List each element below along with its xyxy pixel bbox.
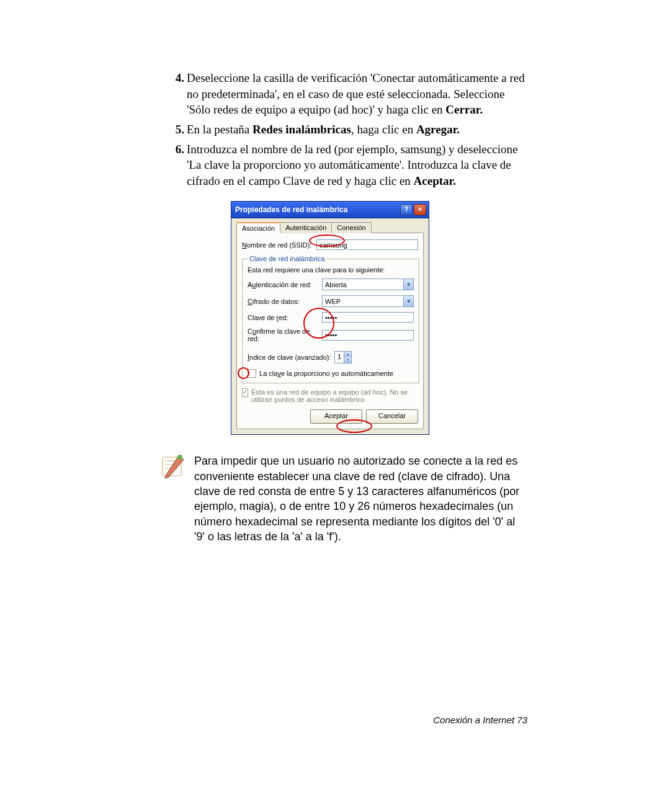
index-spinner[interactable]: 1 ▴▾ [334, 351, 352, 364]
help-icon[interactable]: ? [400, 204, 413, 215]
tab-panel: Nombre de red (SSID): Clave de red inalá… [236, 233, 424, 429]
step-text: Introduzca el nombre de la red (por ejem… [187, 141, 527, 189]
page-number: 73 [517, 715, 527, 725]
tab-conexion[interactable]: Conexión [331, 222, 371, 233]
adhoc-checkbox: ✓ [242, 388, 248, 397]
auto-key-checkbox[interactable] [248, 369, 256, 378]
enc-select[interactable]: WEP ▾ [322, 295, 414, 307]
ok-button[interactable]: Aceptar [310, 409, 362, 424]
enc-label: Cifrado de datos: [248, 298, 322, 305]
chevron-down-icon[interactable]: ▾ [344, 357, 351, 363]
auth-select[interactable]: Abierta ▾ [322, 279, 414, 290]
footer-text: Conexión a Internet [433, 715, 517, 725]
tab-asociacion[interactable]: Asociación [236, 222, 280, 233]
step-number: 4. [169, 70, 184, 86]
page-footer: Conexión a Internet 73 [433, 715, 527, 725]
adhoc-row: ✓ Ésta es una red de equipo a equipo (ad… [242, 388, 418, 403]
step-number: 6. [169, 141, 184, 158]
dialog-title: Propiedades de red inalámbrica [235, 205, 399, 214]
ssid-input[interactable] [316, 239, 418, 250]
note-icon [160, 453, 186, 480]
wireless-key-group: Clave de red inalámbrica Esta red requie… [242, 255, 419, 383]
requirement-text: Esta red requiere una clave para lo sigu… [248, 266, 414, 274]
note-text: Para impedir que un usuario no autorizad… [194, 453, 527, 544]
step-text: En la pestaña Redes inalámbricas, haga c… [187, 122, 527, 138]
key-label: Clave de red: [248, 314, 322, 321]
close-icon[interactable]: × [414, 204, 426, 215]
step-5: 5. En la pestaña Redes inalámbricas, hag… [169, 122, 527, 138]
adhoc-label: Ésta es una red de equipo a equipo (ad h… [251, 388, 418, 403]
ssid-label: Nombre de red (SSID): [242, 241, 316, 249]
group-legend: Clave de red inalámbrica [248, 255, 327, 262]
instruction-list: 4. Deseleccione la casilla de verificaci… [169, 70, 527, 189]
chevron-up-icon[interactable]: ▴ [344, 352, 351, 357]
index-label: Índice de clave (avanzado): [248, 354, 334, 361]
dialog-screenshot: Propiedades de red inalámbrica ? × Asoci… [231, 201, 429, 435]
step-6: 6. Introduzca el nombre de la red (por e… [169, 141, 527, 189]
tab-autenticacion[interactable]: Autenticación [280, 222, 332, 233]
auth-label: Autenticación de red: [248, 281, 322, 288]
confirm-label: Confirme la clave de red: [248, 328, 322, 342]
dialog-titlebar: Propiedades de red inalámbrica ? × [231, 201, 429, 218]
cancel-button[interactable]: Cancelar [366, 409, 418, 424]
index-value: 1 [335, 352, 344, 363]
chevron-down-icon: ▾ [403, 296, 413, 306]
auth-value: Abierta [325, 281, 347, 288]
step-text: Deseleccione la casilla de verificación … [187, 70, 527, 118]
auto-key-label: La clave la proporciono yo automáticamen… [259, 370, 393, 377]
step-number: 5. [169, 122, 184, 138]
key-input[interactable] [322, 312, 414, 323]
note-row: Para impedir que un usuario no autorizad… [160, 453, 527, 544]
tabs: Asociación Autenticación Conexión [236, 222, 424, 233]
enc-value: WEP [325, 298, 341, 305]
confirm-key-input[interactable] [322, 330, 414, 341]
chevron-down-icon: ▾ [403, 279, 413, 290]
svg-point-4 [177, 455, 182, 460]
step-4: 4. Deseleccione la casilla de verificaci… [169, 70, 527, 118]
